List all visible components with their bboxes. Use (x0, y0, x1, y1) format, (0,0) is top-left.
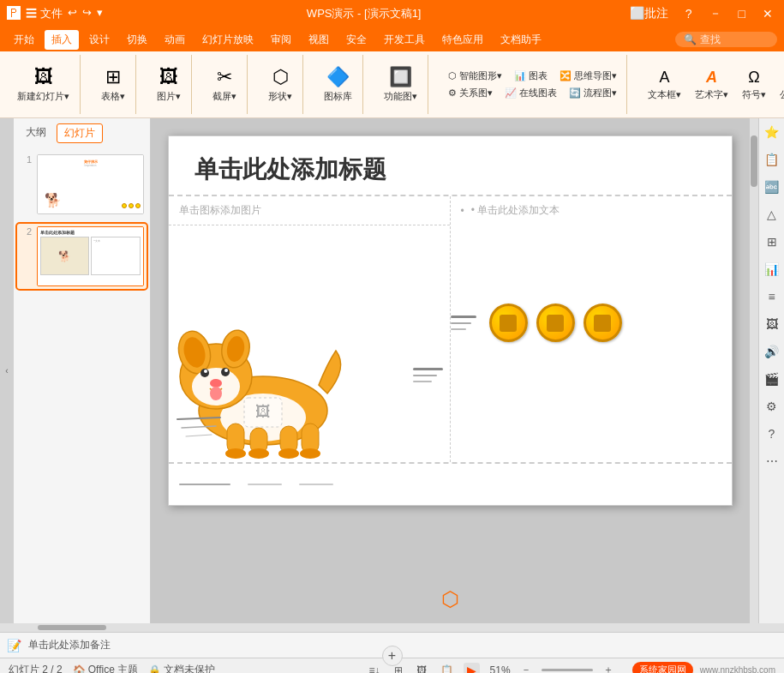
ribbon-row-2: ⚙ 关系图▾ 📈 在线图表 🔄 流程图▾ (444, 85, 621, 101)
mindmap-btn[interactable]: 🔀 思维导图▾ (555, 68, 621, 84)
menu-docassist[interactable]: 文档助手 (494, 30, 548, 50)
sidebar-grid-icon[interactable]: ⊞ (762, 231, 782, 252)
slide-thumb-1[interactable]: 1 宠仔演示 Inspiration 🐕 (17, 152, 147, 217)
menu-design[interactable]: 设计 (82, 30, 117, 50)
tab-outline[interactable]: 大纲 (19, 123, 53, 143)
funcshape-btn[interactable]: 🔲 功能图▾ (379, 63, 422, 106)
view-notes-btn[interactable]: 📋 (437, 664, 457, 674)
relation-btn[interactable]: ⚙ 关系图▾ (444, 85, 497, 101)
new-slide-btn[interactable]: 🖼 新建幻灯片▾ (12, 63, 75, 106)
help-btn[interactable]: ? (681, 5, 697, 22)
chart-btn[interactable]: 📊 图表 (510, 68, 552, 84)
slide-title-area[interactable]: 单击此处添加标题 (169, 136, 732, 196)
sidebar-triangle-icon[interactable]: △ (762, 204, 782, 225)
coin-inner-1 (500, 315, 517, 332)
file-menu[interactable]: ☰ 文件 (26, 6, 63, 21)
smart-shape-icon: ⬡ (448, 70, 457, 81)
minimize-btn[interactable]: － (705, 4, 726, 23)
menu-security[interactable]: 安全 (339, 30, 374, 50)
search-input[interactable] (700, 33, 769, 45)
flowchart-btn[interactable]: 🔄 流程图▾ (565, 85, 621, 101)
search-box[interactable]: 🔍 (675, 32, 777, 47)
menu-special[interactable]: 特色应用 (435, 30, 490, 50)
view-outline-btn[interactable]: ≡↓ (366, 664, 384, 674)
slide-title-placeholder[interactable]: 单击此处添加标题 (195, 153, 706, 186)
relation-label: 关系图▾ (459, 87, 493, 99)
slide-canvas[interactable]: 单击此处添加标题 单击图标添加图片 (168, 135, 733, 506)
slide-preview-1[interactable]: 宠仔演示 Inspiration 🐕 (37, 154, 144, 214)
sidebar-help-icon[interactable]: ? (762, 424, 782, 444)
flowchart-label: 流程图▾ (584, 87, 617, 99)
quick-access-dropdown[interactable]: ▾ (97, 6, 103, 21)
nav-icon[interactable]: ⬡ (441, 587, 459, 611)
iconlib-btn[interactable]: 🔷 图标库 (319, 63, 357, 106)
table-btn[interactable]: ⊞ 表格▾ (96, 63, 130, 106)
close-btn[interactable]: ✕ (758, 5, 777, 22)
coin-inner-2 (547, 315, 564, 332)
table-label: 表格▾ (101, 90, 125, 103)
symbol-btn[interactable]: Ω 符号▾ (737, 65, 771, 105)
slide-thumb-2[interactable]: 2 单击此处添加标题 🐕 • 文本 (17, 224, 147, 289)
footer-line-2 (248, 484, 282, 485)
undo-btn[interactable]: ↩ (68, 6, 77, 21)
right-placeholder-text[interactable]: • 单击此处添加文本 (471, 203, 560, 218)
zoom-slider[interactable] (542, 669, 593, 671)
shape-btn[interactable]: ⬡ 形状▾ (263, 63, 297, 106)
batch-icon[interactable]: ⬜批注 (625, 4, 673, 23)
menu-animation[interactable]: 动画 (158, 30, 192, 50)
arttext-btn[interactable]: A 艺术字▾ (690, 65, 733, 105)
view-slide-btn[interactable]: 🖼 (413, 664, 430, 674)
smart-shape-btn[interactable]: ⬡ 智能图形▾ (444, 68, 506, 84)
sidebar-video-icon[interactable]: 🎬 (762, 369, 782, 389)
image-btn[interactable]: 🖼 图片▾ (152, 63, 186, 106)
sidebar-menu-icon[interactable]: ≡ (762, 286, 782, 307)
quick-access-bar: ☰ 文件 ↩ ↪ ▾ (26, 6, 103, 21)
left-panel-collapse[interactable]: ‹ (0, 118, 14, 623)
sidebar-text-icon[interactable]: 🔤 (762, 177, 782, 197)
zoom-level: 51% (490, 664, 511, 674)
menu-review[interactable]: 审阅 (264, 30, 298, 50)
maximize-btn[interactable]: □ (734, 5, 750, 22)
new-slide-icon: 🖼 (34, 66, 53, 88)
scrollbar-thumb[interactable] (751, 135, 757, 187)
textbox-btn[interactable]: A 文本框▾ (643, 65, 686, 105)
zoom-minus-btn[interactable]: － (518, 662, 535, 673)
slide-right-placeholder[interactable]: • • 单击此处添加文本 (461, 203, 722, 218)
menu-slideshow[interactable]: 幻灯片放映 (195, 30, 260, 50)
bottom-scrollbar[interactable] (0, 623, 784, 632)
sidebar-copy-icon[interactable]: 📋 (762, 149, 782, 170)
menu-view[interactable]: 视图 (302, 30, 336, 50)
sidebar-chart-icon[interactable]: 📊 (762, 259, 782, 279)
slide-preview-2[interactable]: 单击此处添加标题 🐕 • 文本 (37, 226, 144, 286)
search-icon: 🔍 (684, 33, 697, 45)
formula-btn[interactable]: π 公式 (775, 65, 784, 105)
sidebar-settings-icon[interactable]: ⚙ (762, 396, 782, 417)
menu-devtools[interactable]: 开发工具 (377, 30, 432, 50)
right-scrollbar[interactable] (750, 118, 758, 623)
slide-footer-area (169, 462, 732, 505)
slide-image-area[interactable]: 🖼 (169, 225, 450, 462)
screenshot-btn[interactable]: ✂ 截屏▾ (207, 63, 242, 106)
menu-insert[interactable]: 插入 (45, 30, 79, 50)
notes-placeholder[interactable]: 单击此处添加备注 (28, 638, 111, 652)
protection-badge[interactable]: 🔒 文档未保护 (148, 663, 215, 673)
theme-label: Office 主题 (88, 663, 138, 673)
textbox-icon: A (659, 69, 669, 87)
sidebar-sound-icon[interactable]: 🔊 (762, 341, 782, 362)
redo-btn[interactable]: ↪ (82, 6, 92, 21)
zoom-plus-btn[interactable]: ＋ (600, 662, 617, 673)
menu-transition[interactable]: 切换 (120, 30, 154, 50)
slide-image-placeholder[interactable]: 单击图标添加图片 (169, 196, 450, 225)
play-btn[interactable]: ▶ (464, 663, 480, 674)
footer-line-3 (299, 484, 333, 485)
online-chart-btn[interactable]: 📈 在线图表 (500, 85, 561, 101)
coin-3 (584, 303, 622, 342)
mindmap-label: 思维导图▾ (574, 69, 617, 82)
h-scrollbar-thumb[interactable] (38, 625, 106, 630)
sidebar-dots-icon[interactable]: ⋯ (762, 451, 782, 472)
preview2-body: 🐕 • 文本 (40, 237, 141, 275)
menu-start[interactable]: 开始 (7, 30, 41, 50)
tab-slides[interactable]: 幻灯片 (57, 123, 103, 143)
sidebar-image-icon[interactable]: 🖼 (762, 314, 782, 334)
sidebar-star-icon[interactable]: ⭐ (762, 122, 782, 142)
